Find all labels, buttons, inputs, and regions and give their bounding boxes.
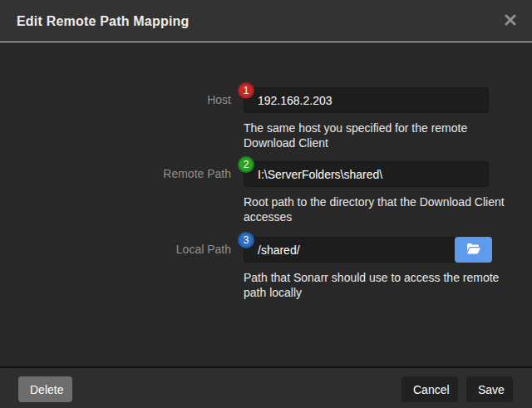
host-input-wrap: 1 <box>244 87 489 113</box>
modal-title: Edit Remote Path Mapping <box>17 0 189 42</box>
remote-path-input[interactable] <box>244 161 489 187</box>
modal-footer: Delete Cancel Save <box>0 366 532 408</box>
edit-remote-path-mapping-modal: Edit Remote Path Mapping Host 1 The same… <box>0 0 532 408</box>
cancel-button[interactable]: Cancel <box>401 376 458 402</box>
host-input[interactable] <box>244 87 489 113</box>
folder-open-icon <box>466 243 480 257</box>
modal-body: Host 1 The same host you specified for t… <box>0 43 532 366</box>
browse-folder-button[interactable] <box>455 237 492 263</box>
remote-path-input-wrap: 2 <box>244 161 489 187</box>
host-help-text: The same host you specified for the remo… <box>244 120 518 150</box>
local-path-help-text: Path that Sonarr should use to access th… <box>244 270 518 300</box>
close-button[interactable] <box>500 0 520 42</box>
local-path-label: Local Path <box>0 237 231 263</box>
local-path-input[interactable] <box>244 237 489 263</box>
remote-path-label: Remote Path <box>0 161 231 187</box>
annotation-badge-3: 3 <box>238 232 254 248</box>
remote-path-help-text: Root path to the directory that the Down… <box>244 194 518 224</box>
local-path-input-wrap: 3 <box>244 237 489 263</box>
host-label: Host <box>0 87 231 113</box>
close-icon <box>505 14 516 28</box>
annotation-badge-2: 2 <box>238 156 254 173</box>
delete-button[interactable]: Delete <box>18 376 72 402</box>
modal-header: Edit Remote Path Mapping <box>0 0 532 42</box>
save-button[interactable]: Save <box>466 376 513 402</box>
annotation-badge-1: 1 <box>238 82 254 99</box>
